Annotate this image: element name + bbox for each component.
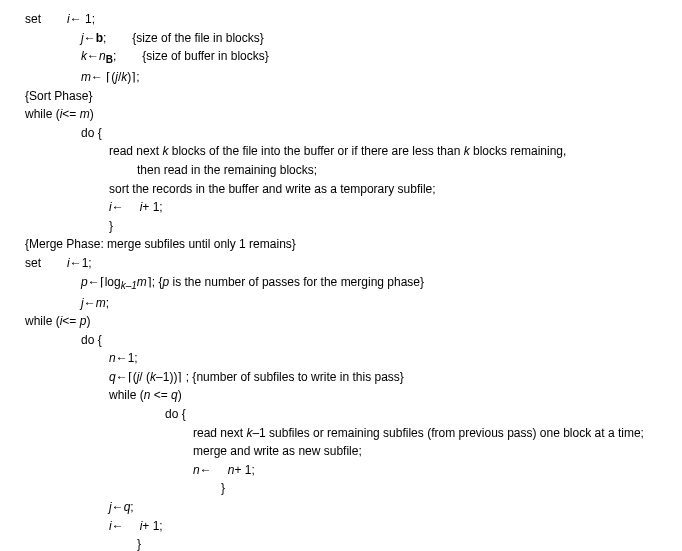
var-n: n — [99, 49, 106, 63]
line-p-log: p←⌈logk–1m⌉; {p is the number of passes … — [81, 273, 657, 294]
txt: ←1; — [116, 351, 138, 365]
read-k1-subfiles: read next k–1 subfiles or remaining subf… — [193, 424, 657, 443]
sub-k1: k–1 — [121, 280, 137, 291]
txt: + 1; — [142, 519, 162, 533]
do-open-3: do { — [165, 405, 657, 424]
arrow: ← — [84, 31, 96, 45]
var-p: p — [81, 275, 88, 289]
line-set-i: seti← 1; — [25, 10, 657, 29]
arrow: ← — [112, 519, 124, 533]
arrow: ← — [200, 463, 212, 477]
txt: / ( — [139, 370, 150, 384]
kw-while: while ( — [109, 388, 144, 402]
j-q: j←q; — [109, 498, 657, 517]
paren: ) — [178, 388, 182, 402]
assign-1: ← 1; — [70, 12, 95, 26]
txt: read next — [109, 144, 162, 158]
var-q: q — [171, 388, 178, 402]
read-k-blocks: read next k blocks of the file into the … — [109, 142, 657, 161]
sub-B: B — [106, 55, 113, 66]
var-m: m — [137, 275, 147, 289]
var-q: q — [109, 370, 116, 384]
then-read: then read in the remaining blocks; — [137, 161, 657, 180]
sort-records: sort the records in the buffer and write… — [109, 180, 657, 199]
arrow: ← — [84, 296, 96, 310]
txt: is the number of passes for the merging … — [169, 275, 424, 289]
op: <= — [150, 388, 171, 402]
op: <= — [62, 107, 79, 121]
close-brace-2: } — [137, 535, 657, 551]
arrow: ← — [87, 49, 99, 63]
paren: ) — [86, 314, 90, 328]
txt: ←⌈log — [88, 275, 121, 289]
var-n: n — [109, 351, 116, 365]
txt: ←1; — [70, 256, 92, 270]
comment-buffer: {size of buffer in blocks} — [142, 49, 269, 63]
semi: ; — [113, 49, 116, 63]
line-k-nb: k←nB;{size of buffer in blocks} — [81, 47, 657, 68]
comment-sort-phase: {Sort Phase} — [25, 87, 657, 106]
txt: )⌉; — [127, 70, 139, 84]
kw-set: set — [25, 12, 41, 26]
while-i-p: while (i<= p) — [25, 312, 657, 331]
q-ceil: q←⌈(j/ (k–1))⌉ ; {number of subfiles to … — [109, 368, 657, 387]
merge-write: merge and write as new subfile; — [193, 442, 657, 461]
semi: ; — [103, 31, 106, 45]
var-m: m — [81, 70, 91, 84]
do-open-2: do { — [81, 331, 657, 350]
txt: –1 subfiles or remaining subfiles (from … — [252, 426, 644, 440]
txt: blocks of the file into the buffer or if… — [168, 144, 463, 158]
comment-file: {size of the file in blocks} — [132, 31, 263, 45]
do-open-1: do { — [81, 124, 657, 143]
set-i-1b: seti←1; — [25, 254, 657, 273]
txt: + 1; — [142, 200, 162, 214]
txt: ←⌈( — [116, 370, 137, 384]
close-brace-1: } — [109, 217, 657, 236]
arrow: ← — [112, 200, 124, 214]
comment-merge-phase: {Merge Phase: merge subfiles until only … — [25, 235, 657, 254]
line-j-b: j←b;{size of the file in blocks} — [81, 29, 657, 48]
op: <= — [62, 314, 79, 328]
inc-n: n←n+ 1; — [193, 461, 657, 480]
semi: ; — [130, 500, 133, 514]
while-i-m: while (i<= m) — [25, 105, 657, 124]
var-m: m — [96, 296, 106, 310]
paren: ) — [90, 107, 94, 121]
txt: ⌉; { — [147, 275, 163, 289]
txt: blocks remaining, — [470, 144, 567, 158]
txt: read next — [193, 426, 246, 440]
line-j-m: j←m; — [81, 294, 657, 313]
var-n: n — [193, 463, 200, 477]
kw-while: while ( — [25, 314, 60, 328]
inc-i-2: i←i+ 1; — [109, 517, 657, 536]
var-m: m — [80, 107, 90, 121]
n-1: n←1; — [109, 349, 657, 368]
line-m-jk: m← ⌈(j/k)⌉; — [81, 68, 657, 87]
arrow: ← — [112, 500, 124, 514]
kw-while: while ( — [25, 107, 60, 121]
txt: + 1; — [234, 463, 254, 477]
inc-i-1: i←i+ 1; — [109, 198, 657, 217]
var-b: b — [96, 31, 103, 45]
kw-set: set — [25, 256, 41, 270]
close-brace-3: } — [221, 479, 657, 498]
txt: ← ⌈( — [91, 70, 115, 84]
while-n-q: while (n <= q) — [109, 386, 657, 405]
semi: ; — [106, 296, 109, 310]
txt: –1))⌉ ; {number of subfiles to write in … — [156, 370, 404, 384]
